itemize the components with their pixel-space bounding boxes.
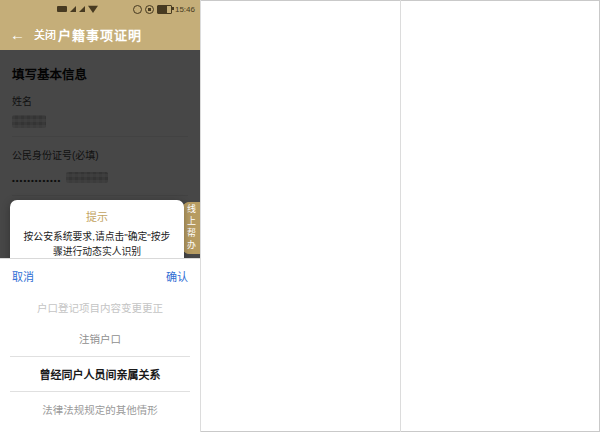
status-left-icons <box>57 5 98 13</box>
picker-sheet: 取消 确认 户口登记项目内容变更更正 注销户口 曾经同户人员间亲属关系 法律法规… <box>0 258 200 432</box>
wifi-icon <box>88 5 98 13</box>
dialog-title: 提示 <box>10 200 184 224</box>
hd-icon <box>57 6 67 12</box>
panel-divider <box>400 0 401 432</box>
app-bar: ← 关闭 户籍事项证明 <box>0 18 200 50</box>
picker-option[interactable]: 法律法规规定的其他情形 <box>0 392 200 417</box>
status-right-icons: 15:46 <box>133 5 195 14</box>
signal-icon <box>79 6 85 12</box>
ring-icon <box>145 5 154 14</box>
close-button[interactable]: 关闭 <box>34 26 56 42</box>
picker-header: 取消 确认 <box>0 259 200 290</box>
status-bar: 15:46 <box>0 0 200 18</box>
signal-icon <box>70 6 76 12</box>
panel-divider <box>200 0 201 432</box>
page-title: 户籍事项证明 <box>0 25 200 44</box>
picker-confirm-button[interactable]: 确认 <box>166 268 188 284</box>
clock-time: 15:46 <box>175 5 195 14</box>
picker-option[interactable]: 户口登记项目内容变更更正 <box>0 300 200 315</box>
picker-wheel: 户口登记项目内容变更更正 注销户口 曾经同户人员间亲属关系 法律法规规定的其他情… <box>0 300 200 417</box>
picker-cancel-button[interactable]: 取消 <box>12 268 34 284</box>
picker-option[interactable]: 注销户口 <box>0 331 200 346</box>
battery-icon <box>157 5 172 14</box>
picker-option-selected[interactable]: 曾经同户人员间亲属关系 <box>10 356 190 392</box>
screenshot-canvas: 15:44 ← 户籍事项证明 办理须知 1、本申请仅受理涉及上海市户籍登记信息的… <box>0 0 600 432</box>
alarm-icon <box>133 5 142 14</box>
